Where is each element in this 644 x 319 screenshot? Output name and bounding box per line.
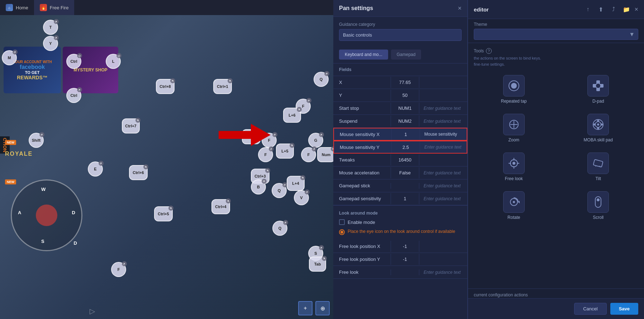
field-value-freelookx: -1 [391, 241, 419, 252]
key-Y[interactable]: Y× [43, 36, 58, 51]
field-name-gamepadsens: Gamepad sensitivity [333, 193, 391, 204]
free-look-tool-icon [507, 156, 521, 170]
guidance-input[interactable]: Basic controls [339, 29, 462, 41]
key-L6[interactable]: L+6× [283, 108, 301, 123]
key-Shift[interactable]: Shift× [29, 133, 44, 148]
tools-section: Tools ? the actions on the screen to bin… [468, 43, 644, 234]
pan-panel-close[interactable]: × [458, 5, 462, 11]
key-B[interactable]: B× [251, 179, 266, 194]
field-row-mousex: Mouse sensitivity X 1 Mouse sensitivity [333, 128, 467, 141]
key-V[interactable]: V× [294, 190, 309, 205]
share-icon[interactable]: ⤴ [609, 4, 619, 14]
field-row-y: Y 50 [333, 89, 467, 102]
home-icon: ⌂ [6, 4, 13, 11]
look-around-section: Look around mode Enable mode Place the e… [333, 205, 467, 240]
key-T[interactable]: T× [43, 20, 58, 35]
tool-scroll[interactable]: Scroll [558, 188, 639, 223]
field-guidance-tweaks [419, 157, 467, 163]
field-row-freelookv: Free look Enter guidance text [333, 266, 467, 279]
guidance-section: Guidance category Basic controls [333, 17, 467, 46]
cancel-button[interactable]: Cancel [574, 303, 606, 315]
look-around-title: Look around mode [339, 211, 462, 216]
plus-button[interactable]: + [298, 301, 313, 315]
field-guidance-suspend: Enter guidance text [419, 116, 467, 127]
fields-header: Fields [333, 64, 467, 76]
key-L4[interactable]: L+4× [287, 176, 305, 191]
tool-free-look-label: Free look [505, 176, 523, 181]
tool-rotate[interactable]: Rotate [474, 188, 554, 223]
key-F3[interactable]: F× [258, 147, 273, 162]
key-Ctrl7[interactable]: Ctrl+7× [122, 118, 140, 133]
enable-mode-checkbox[interactable] [339, 219, 345, 225]
key-Ctrl4[interactable]: Ctrl+4× [211, 199, 230, 214]
folder-icon[interactable]: 📁 [621, 4, 631, 14]
field-row-gamepadsens: Gamepad sensitivity 1 Enter guidance tex… [333, 192, 467, 205]
tool-zoom-label: Zoom [508, 137, 519, 142]
radio-eye-btn[interactable] [339, 229, 345, 235]
svg-point-14 [601, 123, 603, 126]
tab-gamepad[interactable]: Gamepad [391, 50, 421, 60]
key-Ctrl[interactable]: Ctrl◇ [66, 54, 81, 69]
tool-free-look[interactable]: Free look [474, 150, 554, 184]
field-name-freelooky: Free look position Y [333, 254, 391, 265]
field-name-mousey: Mouse sensitivity Y [334, 142, 391, 153]
key-Ctrl-2[interactable]: Ctrl× [66, 88, 81, 103]
field-guidance-x [419, 80, 467, 85]
tool-tilt[interactable]: Tilt [558, 150, 639, 184]
taskbar-freefire[interactable]: 🔥 Free Fire [34, 0, 75, 15]
editor-panel: editor ↑ ⬆ ⤴ 📁 × Theme ▼ Tools ? the act… [468, 0, 644, 319]
new-badge-1: NEW [5, 140, 16, 145]
save-button[interactable]: Save [610, 303, 638, 315]
tool-dpad[interactable]: D-pad [558, 72, 639, 107]
field-guidance-mouseacc: Enter guidance text [419, 168, 467, 178]
key-Num[interactable]: Num× [317, 147, 333, 162]
upload-icon[interactable]: ↑ [583, 4, 593, 14]
key-F4[interactable]: F× [301, 147, 316, 162]
field-guidance-freelookx [419, 244, 467, 249]
scroll-tool-icon [591, 195, 605, 209]
svg-point-1 [511, 83, 517, 89]
zoom-tool-icon [507, 117, 521, 132]
tab-keyboard[interactable]: Keyboard and mo... [339, 50, 388, 60]
tool-zoom[interactable]: Zoom [474, 111, 554, 145]
settings-button[interactable]: ⊕ [315, 301, 330, 315]
theme-select[interactable] [474, 29, 638, 40]
field-guidance-mousex: Mouse sensitivity [420, 129, 467, 140]
key-G[interactable]: G× [308, 133, 323, 148]
key-Q-top[interactable]: Q× [314, 72, 329, 87]
key-E[interactable]: E× [88, 161, 103, 177]
key-Q3[interactable]: Q× [272, 221, 287, 236]
export-icon[interactable]: ⬆ [596, 4, 606, 14]
field-value-gamepadstick [391, 183, 419, 189]
editor-close[interactable]: × [634, 6, 638, 13]
dpad-control[interactable]: W S A D D [11, 179, 82, 251]
key-Ctrl6[interactable]: Ctrl+6× [129, 165, 148, 180]
key-Ctrl5[interactable]: Ctrl+5× [154, 206, 173, 221]
key-Q2[interactable]: Q× [272, 183, 287, 198]
svg-point-12 [597, 127, 599, 129]
key-Tab[interactable]: Tab× [309, 257, 326, 272]
mystery-shop-banner: MYSTERY SHOP [63, 47, 118, 93]
key-Ctrl1[interactable]: Ctrl+1× [213, 79, 232, 94]
key-Ctrl8[interactable]: Ctrl+8× [156, 79, 175, 94]
free-look-section: Free look position X -1 Free look positi… [333, 240, 467, 279]
field-row-suspend: Suspend NUM2 Enter guidance text [333, 115, 467, 128]
taskbar-home[interactable]: ⌂ Home [0, 0, 34, 15]
key-F5[interactable]: F× [111, 262, 126, 277]
field-value-tweaks: 16450 [391, 154, 419, 165]
dpad-right-key: D [72, 210, 75, 215]
key-L5[interactable]: L+5× [276, 144, 294, 159]
tool-repeated-tap[interactable]: Repeated tap [474, 72, 554, 107]
taskbar-home-label: Home [16, 5, 28, 10]
tool-moba[interactable]: MOBA skill pad [558, 111, 639, 145]
field-value-y: 50 [391, 90, 419, 101]
moba-tool-icon [591, 117, 605, 132]
key-M[interactable]: M× [2, 50, 17, 65]
expand-icon: ▷ [90, 307, 95, 315]
tools-help-icon[interactable]: ? [486, 48, 492, 54]
key-L[interactable]: L◇ [106, 54, 121, 69]
svg-point-24 [513, 201, 515, 203]
rotate-tool-icon [507, 195, 521, 209]
radio-eye-row: Place the eye icon on the look around co… [339, 229, 462, 235]
royale-text: ROYALE [5, 151, 33, 157]
